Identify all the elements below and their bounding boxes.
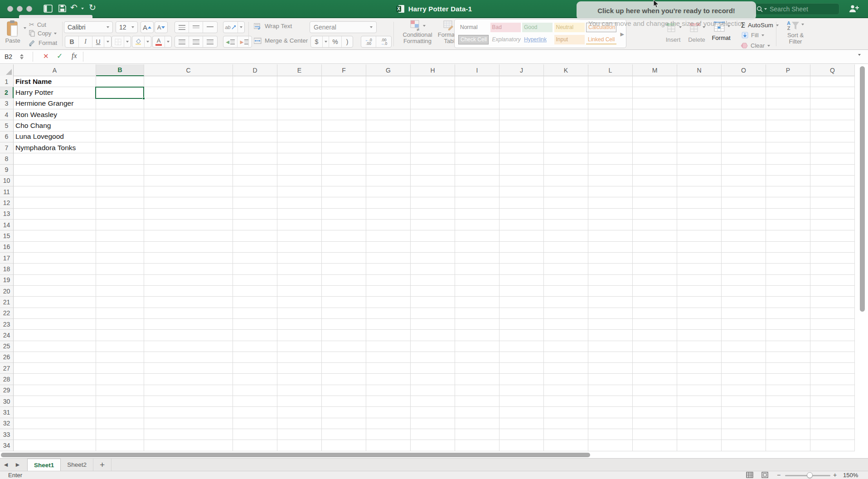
cell-B13[interactable] (96, 209, 144, 220)
cell-N4[interactable] (677, 109, 722, 120)
cell-E27[interactable] (277, 363, 322, 374)
cell-G12[interactable] (366, 197, 411, 208)
cell-M22[interactable] (633, 308, 677, 319)
cell-C18[interactable] (144, 264, 233, 274)
row-header-30[interactable]: 30 (0, 396, 14, 407)
cell-C8[interactable] (144, 153, 233, 164)
cell-B7[interactable] (96, 142, 144, 153)
orientation-dropdown-arrow[interactable] (238, 22, 244, 33)
cell-F20[interactable] (322, 286, 366, 297)
cell-N21[interactable] (677, 297, 722, 308)
cell-L10[interactable] (588, 176, 633, 186)
cell-P22[interactable] (766, 308, 810, 319)
cell-O21[interactable] (722, 297, 766, 308)
cell-D16[interactable] (233, 242, 277, 253)
cell-P30[interactable] (766, 396, 810, 407)
cell-I7[interactable] (455, 142, 499, 153)
cell-J33[interactable] (499, 429, 544, 440)
row-header-22[interactable]: 22 (0, 308, 14, 319)
cell-K16[interactable] (544, 242, 588, 253)
page-layout-view-icon[interactable] (761, 472, 768, 478)
cell-C4[interactable] (144, 109, 233, 120)
cell-A3[interactable]: Hermione Granger (14, 98, 96, 109)
next-sheet-arrow[interactable]: ▶ (12, 459, 24, 471)
cell-K18[interactable] (544, 264, 588, 274)
grow-font-button[interactable]: A (141, 21, 154, 33)
cell-H32[interactable] (411, 418, 455, 429)
font-color-dropdown-arrow[interactable] (165, 36, 171, 47)
cell-D18[interactable] (233, 264, 277, 274)
cell-N29[interactable] (677, 385, 722, 396)
cell-G27[interactable] (366, 363, 411, 374)
cell-E33[interactable] (277, 429, 322, 440)
cell-C11[interactable] (144, 186, 233, 197)
cell-F12[interactable] (322, 197, 366, 208)
cell-A21[interactable] (14, 297, 96, 308)
cell-F6[interactable] (322, 132, 366, 142)
cell-P20[interactable] (766, 286, 810, 297)
cell-H8[interactable] (411, 153, 455, 164)
cell-L34[interactable] (588, 440, 633, 451)
cell-J2[interactable] (499, 87, 544, 98)
name-box[interactable]: B2 (0, 50, 31, 64)
cell-A12[interactable] (14, 197, 96, 208)
cell-L16[interactable] (588, 242, 633, 253)
sort-filter-button[interactable]: A Z Sort & Filter (781, 21, 810, 45)
cell-N2[interactable] (677, 87, 722, 98)
cell-G18[interactable] (366, 264, 411, 274)
column-header-C[interactable]: C (144, 64, 233, 76)
cell-L8[interactable] (588, 153, 633, 164)
cell-N31[interactable] (677, 407, 722, 418)
cell-N25[interactable] (677, 341, 722, 352)
wrap-text-button[interactable]: Wrap Text (254, 23, 292, 29)
cell-L7[interactable] (588, 142, 633, 153)
cell-Q12[interactable] (810, 197, 855, 208)
cell-G30[interactable] (366, 396, 411, 407)
cell-L17[interactable] (588, 253, 633, 264)
cell-D9[interactable] (233, 165, 277, 176)
cell-D19[interactable] (233, 275, 277, 286)
cell-K2[interactable] (544, 87, 588, 98)
cell-M12[interactable] (633, 197, 677, 208)
cell-F10[interactable] (322, 176, 366, 186)
cell-L13[interactable] (588, 209, 633, 220)
cell-Q14[interactable] (810, 220, 855, 230)
cell-C32[interactable] (144, 418, 233, 429)
cell-J9[interactable] (499, 165, 544, 176)
cell-M11[interactable] (633, 186, 677, 197)
cell-J13[interactable] (499, 209, 544, 220)
fill-button[interactable]: Fill (742, 32, 764, 39)
column-header-G[interactable]: G (366, 64, 411, 76)
align-left-button[interactable] (175, 36, 189, 47)
cell-Q25[interactable] (810, 341, 855, 352)
cell-I1[interactable] (455, 76, 499, 87)
cell-N6[interactable] (677, 132, 722, 142)
row-header-20[interactable]: 20 (0, 286, 14, 297)
cell-G6[interactable] (366, 132, 411, 142)
cell-A7[interactable]: Nymphadora Tonks (14, 142, 96, 153)
cell-K28[interactable] (544, 374, 588, 385)
cell-Q31[interactable] (810, 407, 855, 418)
cell-M6[interactable] (633, 132, 677, 142)
cell-L20[interactable] (588, 286, 633, 297)
cell-K15[interactable] (544, 230, 588, 241)
close-window-button[interactable] (7, 6, 13, 12)
cell-M3[interactable] (633, 98, 677, 109)
fill-handle[interactable] (142, 97, 145, 100)
cell-E11[interactable] (277, 186, 322, 197)
cell-I28[interactable] (455, 374, 499, 385)
cell-D2[interactable] (233, 87, 277, 98)
cell-P12[interactable] (766, 197, 810, 208)
cell-C3[interactable] (144, 98, 233, 109)
cell-H5[interactable] (411, 120, 455, 131)
cell-P2[interactable] (766, 87, 810, 98)
cell-style-good[interactable]: Good (522, 23, 553, 32)
cell-A27[interactable] (14, 363, 96, 374)
row-header-16[interactable]: 16 (0, 242, 14, 253)
cell-G24[interactable] (366, 330, 411, 341)
cell-G34[interactable] (366, 440, 411, 451)
cell-P19[interactable] (766, 275, 810, 286)
undo-dropdown-arrow[interactable] (81, 8, 84, 10)
cell-J14[interactable] (499, 220, 544, 230)
cell-M1[interactable] (633, 76, 677, 87)
